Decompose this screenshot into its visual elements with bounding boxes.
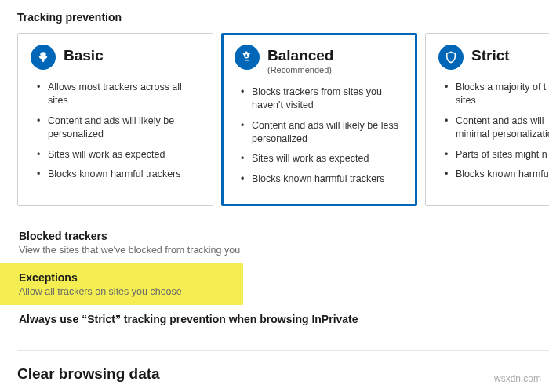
list-item-title: Blocked trackers	[19, 230, 549, 242]
bullet-item: Blocks known harmful trackers	[37, 168, 200, 181]
list-item-desc: View the sites that we've blocked from t…	[19, 245, 549, 256]
list-item-title: Always use “Strict” tracking prevention …	[19, 313, 549, 325]
bullet-item: Content and ads willminimal personalizat…	[445, 114, 549, 141]
card-subtitle: (Recommended)	[267, 65, 333, 74]
watermark: wsxdn.com	[494, 373, 541, 384]
card-title: Strict	[471, 48, 510, 64]
bullet-item: Sites will work as expected	[241, 152, 404, 165]
card-strict[interactable]: Strict Blocks a majority of tsites Conte…	[425, 33, 549, 206]
section-header: Tracking prevention	[17, 11, 549, 24]
card-title: Balanced	[267, 48, 333, 64]
card-title: Basic	[64, 48, 104, 64]
clear-browsing-data-header: Clear browsing data	[17, 365, 549, 383]
card-basic[interactable]: Basic Allows most trackers across all si…	[17, 33, 213, 206]
bullet-item: Blocks trackers from sites you haven't v…	[241, 85, 404, 112]
exceptions-link[interactable]: Exceptions Allow all trackers on sites y…	[0, 263, 243, 305]
list-item-desc: Allow all trackers on sites you choose	[19, 286, 243, 297]
bullet-item: Blocks known harmful trackers	[241, 172, 404, 186]
bullet-item: Blocks known harmfu	[445, 168, 549, 181]
bullet-item: Parts of sites might n	[445, 148, 549, 162]
bullet-item: Blocks a majority of tsites	[445, 81, 549, 107]
blocked-trackers-link[interactable]: Blocked trackers View the sites that we'…	[17, 222, 549, 263]
bullet-item: Content and ads will likely be personali…	[37, 114, 200, 141]
bullet-item: Content and ads will likely be less pers…	[241, 119, 404, 146]
squirrel-icon	[31, 45, 56, 70]
list-item-title: Exceptions	[19, 271, 243, 284]
bullet-item: Sites will work as expected	[37, 148, 200, 162]
tracking-level-cards: Basic Allows most trackers across all si…	[17, 33, 549, 206]
shield-icon	[438, 45, 464, 70]
card-balanced[interactable]: Balanced (Recommended) Blocks trackers f…	[221, 33, 417, 206]
inprivate-strict-toggle[interactable]: Always use “Strict” tracking prevention …	[17, 305, 549, 333]
bullet-item: Allows most trackers across all sites	[37, 81, 200, 107]
divider	[17, 350, 549, 351]
balance-icon	[235, 45, 260, 70]
